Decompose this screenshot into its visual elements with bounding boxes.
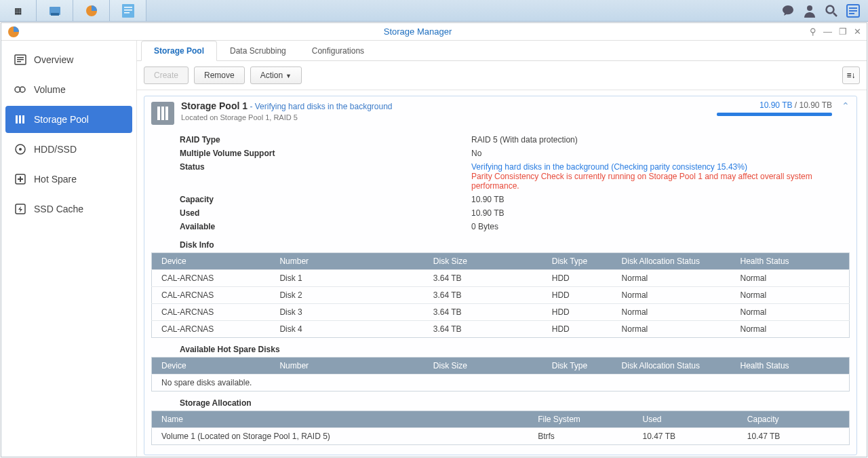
tab-storage-pool[interactable]: Storage Pool	[141, 41, 217, 61]
raid-type-value: RAID 5 (With data protection)	[471, 135, 850, 145]
sidebar-item-storage-pool[interactable]: Storage Pool	[5, 106, 132, 133]
sidebar-item-label: SSD Cache	[34, 204, 83, 214]
sort-button[interactable]: ≡↓	[842, 66, 860, 84]
tab-data-scrubbing[interactable]: Data Scrubbing	[217, 41, 299, 60]
list-sort-icon: ≡↓	[846, 71, 855, 80]
table-cell: Normal	[612, 270, 731, 287]
iscsi-icon	[48, 4, 62, 18]
table-cell: 3.64 TB	[424, 304, 542, 321]
table-row-empty: No spare disks available.	[152, 375, 850, 392]
table-row[interactable]: CAL-ARCNASDisk 23.64 TBHDDNormalNormal	[152, 287, 850, 304]
svg-rect-4	[124, 7, 132, 8]
search-icon[interactable]	[823, 3, 840, 19]
mvs-value: No	[471, 149, 850, 158]
tab-bar: Storage PoolData ScrubbingConfigurations	[137, 41, 867, 61]
status-label: Status	[180, 162, 471, 191]
disk-info-title: Disk Info	[151, 233, 850, 252]
table-cell: HDD	[542, 287, 612, 304]
minimize-icon[interactable]: —	[823, 26, 832, 37]
content-area: Storage Pool 1 - Verifying hard disks in…	[137, 90, 867, 457]
pool-icon	[151, 102, 174, 125]
table-cell: CAL-ARCNAS	[152, 270, 271, 287]
table-cell: Disk 4	[270, 321, 423, 338]
col-header: Disk Size	[424, 253, 542, 270]
maximize-icon[interactable]: ❐	[839, 26, 847, 37]
pool-usage-used: 10.90 TB	[760, 100, 792, 110]
table-cell: 10.47 TB	[633, 428, 738, 445]
user-icon[interactable]	[802, 3, 818, 19]
sidebar-item-label: Overview	[34, 54, 73, 65]
col-header: Disk Allocation Status	[612, 253, 731, 270]
table-cell: Normal	[731, 304, 850, 321]
svg-rect-16	[17, 57, 24, 58]
table-row[interactable]: CAL-ARCNASDisk 13.64 TBHDDNormalNormal	[152, 270, 850, 287]
col-header: Name	[152, 411, 529, 428]
svg-line-9	[833, 13, 837, 16]
col-header: Device	[152, 253, 271, 270]
hot-spare-title: Available Hot Spare Disks	[151, 338, 850, 357]
widgets-icon[interactable]	[845, 3, 861, 19]
col-header: Device	[152, 358, 271, 375]
sidebar-item-overview[interactable]: Overview	[5, 46, 132, 73]
avail-label: Available	[180, 222, 471, 231]
table-row[interactable]: CAL-ARCNASDisk 43.64 TBHDDNormalNormal	[152, 321, 850, 338]
storage-alloc-title: Storage Allocation	[151, 392, 850, 411]
chat-icon[interactable]	[780, 3, 796, 19]
svg-point-25	[19, 148, 22, 151]
col-header: Health Status	[731, 253, 850, 270]
table-cell: 3.64 TB	[424, 287, 542, 304]
remove-button[interactable]: Remove	[194, 66, 245, 84]
capacity-label: Capacity	[180, 195, 471, 204]
svg-rect-11	[849, 7, 857, 9]
col-header: Number	[270, 253, 423, 270]
sidebar-item-label: Hot Spare	[34, 174, 77, 185]
pool-status-inline: - Verifying hard disks in the background	[250, 102, 392, 111]
table-cell: Disk 2	[270, 287, 423, 304]
raid-type-label: RAID Type	[180, 135, 471, 145]
pool-icon	[14, 113, 27, 126]
pool-header: Storage Pool 1 - Verifying hard disks in…	[144, 96, 856, 130]
table-row[interactable]: CAL-ARCNASDisk 33.64 TBHDDNormalNormal	[152, 304, 850, 321]
taskbar-app-storage[interactable]	[73, 0, 110, 21]
table-cell: Normal	[612, 304, 731, 321]
action-button[interactable]: Action▼	[250, 66, 302, 84]
col-header: Used	[633, 411, 738, 428]
svg-rect-18	[17, 61, 21, 62]
sidebar-item-volume[interactable]: Volume	[5, 76, 132, 103]
svg-rect-23	[22, 115, 24, 123]
hot-spare-table: DeviceNumberDisk SizeDisk TypeDisk Alloc…	[151, 357, 850, 392]
sidebar-item-hot-spare[interactable]: Hot Spare	[5, 166, 132, 193]
chevron-down-icon: ▼	[285, 73, 292, 79]
window-title: Storage Manager	[26, 26, 810, 37]
tab-configurations[interactable]: Configurations	[299, 41, 377, 60]
used-value: 10.90 TB	[471, 208, 850, 218]
table-cell: HDD	[542, 304, 612, 321]
pin-icon[interactable]: ⚲	[810, 26, 816, 37]
svg-rect-12	[849, 10, 857, 12]
taskbar-app-iscsi[interactable]	[37, 0, 73, 21]
table-cell: 10.47 TB	[738, 428, 850, 445]
sidebar-item-label: HDD/SSD	[34, 144, 77, 155]
table-cell: 3.64 TB	[424, 270, 542, 287]
usage-bar	[717, 113, 832, 116]
taskbar-app-notes[interactable]	[110, 0, 146, 21]
window-titlebar: Storage Manager ⚲ — ❐ ✕	[1, 23, 867, 41]
collapse-button[interactable]: ⌃	[842, 100, 850, 111]
sidebar-item-hdd-ssd[interactable]: HDD/SSD	[5, 136, 132, 163]
pool-usage-total: 10.90 TB	[800, 100, 832, 110]
table-row[interactable]: Volume 1 (Located on Storage Pool 1, RAI…	[152, 428, 850, 445]
storage-manager-window: Storage Manager ⚲ — ❐ ✕ OverviewVolumeSt…	[1, 22, 867, 457]
status-extra: (Checking parity consistency 15.43%)	[609, 162, 747, 172]
app-icon	[7, 25, 20, 39]
storage-pool-card: Storage Pool 1 - Verifying hard disks in…	[144, 96, 857, 455]
svg-rect-5	[124, 9, 132, 11]
close-icon[interactable]: ✕	[854, 26, 861, 37]
create-button[interactable]: Create	[144, 66, 189, 84]
os-taskbar: ▦	[0, 0, 868, 22]
col-header: Number	[270, 358, 423, 375]
overview-icon	[14, 53, 27, 66]
table-cell: Normal	[731, 287, 850, 304]
sidebar-item-ssd-cache[interactable]: SSD Cache	[5, 195, 132, 223]
table-cell: CAL-ARCNAS	[152, 321, 271, 338]
taskbar-app-menu[interactable]: ▦	[0, 0, 37, 21]
